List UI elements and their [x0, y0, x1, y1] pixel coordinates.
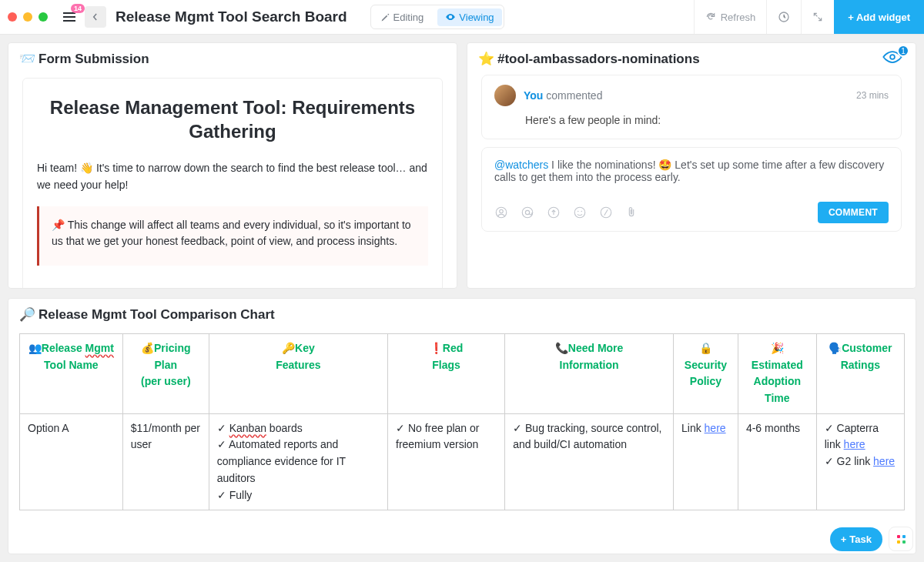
watchers-count: 1 [897, 45, 909, 57]
editing-mode-button[interactable]: Editing [373, 8, 432, 26]
window-maximize-icon[interactable] [38, 12, 48, 22]
comparison-widget: 🔎Release Mgmt Tool Comparison Chart 👥Rel… [8, 298, 916, 554]
feat1-rest: boards [266, 422, 303, 434]
col-flags-l2: Flags [432, 359, 460, 371]
svg-point-1 [890, 55, 895, 59]
svg-point-5 [525, 210, 529, 214]
cell-ratings: ✓ Capterra link here ✓ G2 link here [816, 413, 904, 510]
col-ratings-l1: Customer [842, 342, 892, 354]
col-adoption-l2: Adoption Time [754, 375, 801, 404]
watchers-indicator[interactable]: 1 [882, 49, 903, 65]
window-minimize-icon[interactable] [23, 12, 32, 22]
emoji-icon[interactable] [573, 206, 587, 219]
col-ratings: 🗣️CustomerRatings [816, 334, 904, 414]
security-link[interactable]: here [705, 422, 726, 434]
col-adoption: 🎉EstimatedAdoption Time [738, 334, 816, 414]
greeting-post: It's time to narrow down the search to f… [37, 162, 427, 191]
col-pricing-l1: Pricing Plan [154, 342, 190, 371]
comparison-table: 👥Release Mgmt Tool Name 💰Pricing Plan(pe… [19, 333, 905, 510]
feat1-word: Kanban [229, 422, 266, 434]
form-widget-header: 📨Form Submission [8, 43, 457, 72]
comment-body: Here's a few people in mind: [482, 114, 901, 139]
apps-grid-icon [897, 535, 906, 544]
cell-pricing: $11/month per user [122, 413, 209, 510]
capterra-link[interactable]: here [844, 438, 865, 450]
refresh-button[interactable]: Refresh [694, 0, 767, 34]
back-button[interactable] [85, 6, 106, 28]
plus-icon: + [841, 534, 847, 545]
col-features-l1: Key [295, 342, 315, 354]
document-card: Release Management Tool: Requirements Ga… [22, 78, 443, 288]
viewing-mode-button[interactable]: Viewing [437, 8, 501, 26]
topbar-actions: Refresh + Add widget [694, 0, 924, 34]
post-comment-button[interactable]: COMMENT [818, 202, 889, 223]
history-button[interactable] [766, 0, 801, 34]
callout-body: This change will affect all teams and ev… [52, 219, 411, 248]
svg-point-7 [574, 207, 585, 218]
back-arrow-icon [90, 12, 101, 22]
refresh-icon [705, 12, 716, 22]
slash-command-icon[interactable] [599, 206, 613, 219]
comment-card: You commented 23 mins Here's a few peopl… [481, 75, 902, 139]
key-icon: 🔑 [282, 342, 295, 354]
ratings2-pre: ✓ G2 link [825, 455, 873, 467]
col-security-l1: Security [685, 359, 727, 371]
speaking-icon: 🗣️ [829, 342, 842, 354]
col-flags-l1: Red [443, 342, 463, 354]
star-icon: ⭐ [478, 51, 494, 67]
feat1-prefix: ✓ [217, 422, 229, 434]
comparison-body[interactable]: 👥Release Mgmt Tool Name 💰Pricing Plan(pe… [8, 327, 916, 554]
apps-button[interactable] [889, 527, 913, 551]
magnifier-icon: 🔎 [19, 306, 35, 323]
mention-user-icon[interactable] [494, 206, 508, 219]
g2-link[interactable]: here [873, 455, 895, 467]
commenter-name[interactable]: You [524, 89, 543, 102]
document-greeting: Hi team! 👋 It's time to narrow down the … [37, 160, 428, 193]
upload-icon[interactable] [547, 206, 561, 219]
wave-icon: 👋 [80, 162, 93, 174]
mention[interactable]: @watchers [494, 159, 548, 171]
starstruck-icon: 🤩 [658, 159, 671, 171]
window-traffic-lights [8, 12, 48, 22]
feat2: ✓ Automated reports and compliance evide… [217, 437, 380, 487]
main-menu-button[interactable]: 14 [59, 6, 80, 28]
col-security: 🔒SecurityPolicy [673, 334, 738, 414]
pencil-icon [380, 12, 390, 22]
col-name-pre: Release [42, 342, 85, 354]
col-features: 🔑KeyFeatures [209, 334, 387, 414]
avatar[interactable] [494, 85, 516, 106]
add-widget-button[interactable]: + Add widget [834, 0, 924, 34]
fullscreen-button[interactable] [801, 0, 834, 34]
form-widget-title: Form Submission [38, 52, 149, 67]
exclamation-icon: ❗ [430, 342, 443, 354]
comparison-header: 🔎Release Mgmt Tool Comparison Chart [8, 299, 916, 327]
new-task-button[interactable]: + Task [830, 527, 882, 551]
nominations-widget: ⭐#tool-ambassadors-nominations 1 You com… [467, 42, 916, 289]
col-moreinfo-l1: Need More [568, 342, 624, 354]
col-name-post: Tool Name [44, 359, 99, 371]
eye-icon [445, 12, 456, 22]
expand-icon [812, 12, 823, 22]
nominations-body: You commented 23 mins Here's a few peopl… [467, 72, 916, 288]
cell-name: Option A [20, 413, 123, 510]
attachment-icon[interactable] [625, 206, 638, 219]
col-security-l2: Policy [690, 375, 721, 387]
phone-icon: 📞 [555, 342, 568, 354]
callout-text: 📌 This change will affect all teams and … [52, 217, 416, 250]
nominations-header: ⭐#tool-ambassadors-nominations [467, 43, 916, 72]
reply-text[interactable]: @watchers I like the nominations! 🤩 Let'… [494, 159, 889, 183]
svg-point-3 [500, 209, 504, 213]
cell-security: Link here [673, 413, 738, 510]
reply-box[interactable]: @watchers I like the nominations! 🤩 Let'… [481, 147, 902, 232]
form-widget-body[interactable]: Release Management Tool: Requirements Ga… [8, 72, 457, 288]
cell-features: ✓ Kanban boards ✓ Automated reports and … [209, 413, 387, 510]
col-moreinfo-l2: Information [560, 359, 619, 371]
window-close-icon[interactable] [8, 12, 17, 22]
svg-point-8 [578, 211, 579, 212]
view-mode-toggle: Editing Viewing [370, 5, 504, 29]
feat3: ✓ Fully [217, 487, 380, 504]
table-row: Option A $11/month per user ✓ Kanban boa… [20, 413, 905, 510]
at-icon[interactable] [521, 206, 534, 219]
col-features-l2: Features [276, 359, 320, 371]
reply-toolbar: COMMENT [494, 202, 889, 223]
